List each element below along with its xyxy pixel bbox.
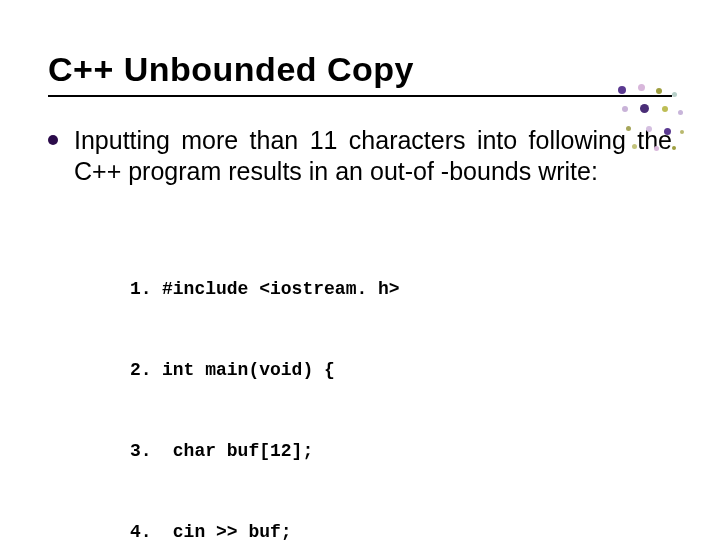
code-text: int main(void) { xyxy=(162,360,335,380)
line-number: 4. xyxy=(130,519,162,541)
code-text: cin >> buf; xyxy=(162,522,292,541)
code-text: #include <iostream. h> xyxy=(162,279,400,299)
line-number: 1. xyxy=(130,276,162,303)
line-number: 3. xyxy=(130,438,162,465)
dot-icon xyxy=(618,86,626,94)
dot-icon xyxy=(638,84,645,91)
dot-icon xyxy=(640,104,649,113)
dot-icon xyxy=(656,88,662,94)
slide: C++ Unbounded Copy Inputting more than 1… xyxy=(0,0,720,540)
code-line: 2.int main(void) { xyxy=(130,357,672,384)
bullet-icon xyxy=(48,135,58,145)
code-line: 1.#include <iostream. h> xyxy=(130,276,672,303)
dot-icon xyxy=(664,128,671,135)
dot-icon xyxy=(662,106,668,112)
dot-icon xyxy=(632,144,637,149)
dot-icon xyxy=(672,92,677,97)
title-underline: C++ Unbounded Copy xyxy=(48,50,672,97)
dot-icon xyxy=(654,146,659,151)
dot-icon xyxy=(680,130,684,134)
bullet-row: Inputting more than 11 characters into f… xyxy=(48,125,672,188)
code-block: 1.#include <iostream. h> 2.int main(void… xyxy=(130,222,672,541)
dot-icon xyxy=(646,126,652,132)
code-line: 3. char buf[12]; xyxy=(130,438,672,465)
line-number: 2. xyxy=(130,357,162,384)
bullet-text: Inputting more than 11 characters into f… xyxy=(74,125,672,188)
code-line: 4. cin >> buf; xyxy=(130,519,672,541)
dot-icon xyxy=(622,106,628,112)
decorative-dots xyxy=(612,82,692,162)
dot-icon xyxy=(672,146,676,150)
dot-icon xyxy=(678,110,683,115)
code-text: char buf[12]; xyxy=(162,441,313,461)
slide-title: C++ Unbounded Copy xyxy=(48,50,672,89)
dot-icon xyxy=(626,126,631,131)
